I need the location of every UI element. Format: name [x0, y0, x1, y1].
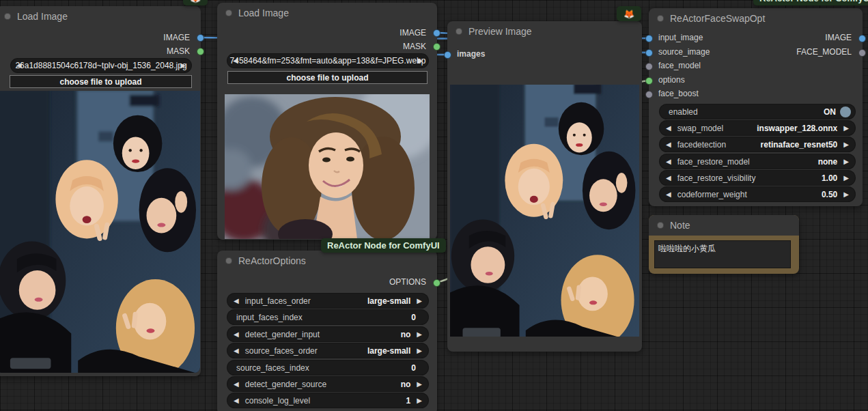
arrow-left-icon[interactable]: ◀ [666, 175, 671, 182]
output-label: MASK [167, 46, 190, 56]
node-title: ReActorOptions [238, 255, 306, 266]
arrow-left-icon[interactable]: ◀ [16, 62, 22, 69]
arrow-right-icon[interactable]: ▶ [417, 298, 422, 304]
arrow-right-icon[interactable]: ▶ [417, 57, 423, 64]
widget-label: face_restore_visibility [677, 173, 756, 183]
widget-face-restore-visibility[interactable]: ◀ face_restore_visibility 1.00 ▶ [660, 171, 855, 185]
choose-file-button[interactable]: choose file to upload [227, 71, 428, 84]
output-port-image[interactable] [433, 29, 440, 37]
input-port-options[interactable] [645, 77, 653, 85]
arrow-left-icon[interactable]: ◀ [234, 397, 239, 404]
note-textarea[interactable]: 啦啦啦的小黄瓜 [654, 240, 791, 268]
node-title: Preview Image [468, 26, 532, 37]
node-reactor-face-swap-opt[interactable]: ReActorFaceSwapOpt input_image source_im… [649, 8, 863, 206]
arrow-right-icon[interactable]: ▶ [417, 381, 422, 388]
output-port-mask[interactable] [197, 48, 204, 55]
node-note[interactable]: Note 啦啦啦的小黄瓜 [649, 215, 799, 274]
arrow-left-icon[interactable]: ◀ [234, 331, 239, 338]
node-load-image-center[interactable]: Load Image IMAGE MASK 7458464&fm=253&fmt… [217, 3, 437, 240]
arrow-right-icon[interactable]: ▶ [843, 191, 849, 198]
collapse-dot-icon[interactable] [225, 257, 232, 264]
fox-badge: 🦊 [183, 0, 208, 5]
arrow-right-icon[interactable]: ▶ [417, 331, 422, 338]
input-port-face-model[interactable] [645, 63, 653, 70]
filename-text: 26a1d8881504c6178d~tplv-obj_1536_2048.jp… [15, 61, 186, 70]
arrow-left-icon[interactable]: ◀ [666, 125, 671, 132]
widget-input-faces-order[interactable]: ◀ input_faces_order large-small ▶ [227, 294, 428, 308]
widget-value: none [818, 157, 838, 167]
widget-value: ON [824, 107, 836, 117]
collapse-dot-icon[interactable] [657, 15, 664, 22]
arrow-right-icon[interactable]: ▶ [843, 125, 849, 132]
widget-value: inswapper_128.onnx [757, 124, 837, 133]
arrow-left-icon[interactable]: ◀ [666, 158, 671, 165]
widget-codeformer-weight[interactable]: ◀ codeformer_weight 0.50 ▶ [660, 187, 855, 201]
widget-source-faces-index[interactable]: source_faces_index 0 [227, 360, 428, 375]
widget-label: enabled [669, 107, 698, 117]
output-label: MASK [403, 42, 426, 51]
output-port-options[interactable] [433, 279, 440, 287]
node-title: ReActorFaceSwapOpt [670, 13, 765, 24]
widget-label: detect_gender_source [245, 380, 326, 389]
choose-file-button[interactable]: choose file to upload [10, 75, 192, 88]
widget-value: large-small [367, 296, 410, 306]
output-port-face-model[interactable] [858, 49, 866, 57]
widget-detect-gender-source[interactable]: ◀ detect_gender_source no ▶ [227, 377, 428, 391]
output-port-mask[interactable] [433, 43, 440, 51]
fox-icon: 🦊 [190, 0, 201, 3]
reactor-title-badge: ReActor Node for ComfyUI [321, 238, 446, 253]
image-filename-combo[interactable]: 26a1d8881504c6178d~tplv-obj_1536_2048.jp… [11, 59, 191, 72]
input-port-input-image[interactable] [645, 35, 653, 42]
arrow-left-icon[interactable]: ◀ [666, 191, 671, 198]
image-preview [225, 94, 430, 239]
input-label: input_image [658, 33, 703, 42]
input-port-images[interactable] [444, 51, 451, 59]
collapse-dot-icon[interactable] [225, 10, 232, 16]
arrow-right-icon[interactable]: ▶ [843, 141, 849, 148]
widget-value: retinaface_resnet50 [761, 140, 838, 150]
widget-label: swap_model [677, 124, 723, 133]
node-load-image-left[interactable]: Load Image IMAGE MASK 26a1d8881504c6178d… [0, 6, 201, 376]
output-port-image[interactable] [197, 34, 204, 42]
arrow-right-icon[interactable]: ▶ [843, 175, 849, 182]
collapse-dot-icon[interactable] [456, 28, 462, 35]
arrow-left-icon[interactable]: ◀ [234, 381, 239, 388]
widget-value: 0 [411, 363, 416, 373]
node-header[interactable]: Preview Image [447, 21, 642, 42]
node-header[interactable]: Note [649, 215, 799, 236]
widget-value: no [401, 330, 411, 339]
arrow-right-icon[interactable]: ▶ [843, 158, 849, 165]
node-header[interactable]: Load Image [0, 6, 201, 27]
arrow-right-icon[interactable]: ▶ [180, 62, 186, 69]
node-header[interactable]: ReActorFaceSwapOpt [649, 8, 863, 29]
collapse-dot-icon[interactable] [657, 222, 664, 229]
widget-detect-gender-input[interactable]: ◀ detect_gender_input no ▶ [227, 327, 428, 341]
collapse-dot-icon[interactable] [4, 13, 11, 20]
node-reactor-options[interactable]: ReActorOptions OPTIONS ◀ input_faces_ord… [217, 251, 437, 411]
input-port-face-boost[interactable] [645, 91, 653, 98]
arrow-right-icon[interactable]: ▶ [417, 397, 422, 404]
fox-badge: 🦊 [617, 6, 641, 21]
arrow-left-icon[interactable]: ◀ [234, 298, 239, 304]
widget-label: source_faces_order [245, 346, 318, 356]
input-label: source_image [658, 47, 710, 57]
node-header[interactable]: Load Image [217, 3, 437, 23]
widget-input-faces-index[interactable]: input_faces_index 0 [227, 310, 428, 324]
widget-source-faces-order[interactable]: ◀ source_faces_order large-small ▶ [227, 343, 428, 358]
node-title: Load Image [17, 11, 68, 22]
widget-enabled-toggle[interactable]: enabled ON [660, 104, 855, 119]
toggle-on-icon[interactable] [840, 107, 851, 117]
widget-face-restore-model[interactable]: ◀ face_restore_model none ▶ [660, 154, 855, 169]
node-preview-image[interactable]: Preview Image images [447, 21, 642, 352]
arrow-left-icon[interactable]: ◀ [666, 141, 671, 148]
image-filename-combo[interactable]: 7458464&fm=253&fmt=auto&app=138&f=JPEG.w… [227, 54, 428, 68]
arrow-left-icon[interactable]: ◀ [234, 348, 239, 354]
widget-swap-model[interactable]: ◀ swap_model inswapper_128.onnx ▶ [660, 121, 855, 135]
widget-facedetection[interactable]: ◀ facedetection retinaface_resnet50 ▶ [660, 137, 855, 152]
arrow-right-icon[interactable]: ▶ [417, 348, 422, 354]
node-header[interactable]: ReActorOptions [217, 251, 437, 271]
input-port-source-image[interactable] [645, 49, 653, 57]
output-port-image[interactable] [858, 35, 866, 42]
widget-console-log-level[interactable]: ◀ console_log_level 1 ▶ [227, 393, 428, 408]
arrow-left-icon[interactable]: ◀ [233, 57, 238, 64]
